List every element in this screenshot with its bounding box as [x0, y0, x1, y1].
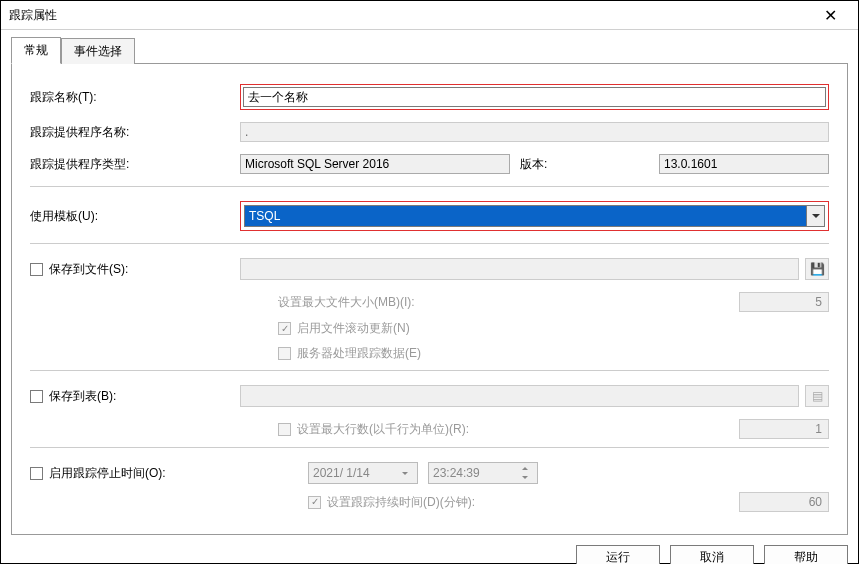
save-icon: 💾	[810, 262, 825, 276]
row-provider-type: 跟踪提供程序类型: 版本:	[30, 154, 829, 174]
max-rows-label: 设置最大行数(以千行为单位)(R):	[297, 421, 469, 438]
trace-name-highlight	[240, 84, 829, 110]
save-table-subopts: 设置最大行数(以千行为单位)(R):	[278, 419, 829, 439]
time-spinner	[517, 464, 533, 482]
divider-3	[30, 370, 829, 371]
save-file-path	[240, 258, 799, 280]
stop-date-value: 2021/ 1/14	[313, 466, 370, 480]
use-template-combo[interactable]: TSQL	[244, 205, 825, 227]
tabstrip: 常规 事件选择	[11, 38, 848, 64]
use-template-highlight: TSQL	[240, 201, 829, 231]
max-rows-checkbox	[278, 423, 291, 436]
rollover-label: 启用文件滚动更新(N)	[297, 320, 410, 337]
dialog-body: 常规 事件选择 跟踪名称(T): 跟踪提供程序名称: 跟踪提供程序类型: 版本:	[1, 30, 858, 564]
provider-type-field	[240, 154, 510, 174]
max-file-size-field	[739, 292, 829, 312]
row-use-template: 使用模板(U): TSQL	[30, 201, 829, 231]
divider-4	[30, 447, 829, 448]
browse-file-button[interactable]: 💾	[805, 258, 829, 280]
save-table-checkbox[interactable]	[30, 390, 43, 403]
max-rows-field	[739, 419, 829, 439]
close-button[interactable]: ✕	[810, 1, 850, 29]
stop-time-value: 23:24:39	[433, 466, 480, 480]
trace-properties-dialog: 跟踪属性 ✕ 常规 事件选择 跟踪名称(T): 跟踪提供程序名称: 跟踪提供程	[0, 0, 859, 564]
dialog-buttons: 运行 取消 帮助	[11, 535, 848, 564]
use-template-label: 使用模板(U):	[30, 208, 240, 225]
trace-name-label: 跟踪名称(T):	[30, 89, 240, 106]
save-file-subopts: 设置最大文件大小(MB)(I): 启用文件滚动更新(N) 服务器处理跟踪数据(E…	[278, 292, 829, 362]
row-provider-name: 跟踪提供程序名称:	[30, 122, 829, 142]
use-template-selected: TSQL	[245, 206, 806, 226]
duration-field	[739, 492, 829, 512]
rollover-checkbox	[278, 322, 291, 335]
version-field	[659, 154, 829, 174]
browse-table-button[interactable]: ▤	[805, 385, 829, 407]
enable-stop-label: 启用跟踪停止时间(O):	[49, 465, 166, 482]
duration-checkbox	[308, 496, 321, 509]
stop-date-picker: 2021/ 1/14	[308, 462, 418, 484]
stop-time-subopts: 设置跟踪持续时间(D)(分钟):	[308, 492, 829, 512]
server-process-checkbox	[278, 347, 291, 360]
help-button[interactable]: 帮助	[764, 545, 848, 564]
chevron-down-icon	[397, 472, 413, 475]
provider-name-field	[240, 122, 829, 142]
divider-1	[30, 186, 829, 187]
row-save-table: 保存到表(B): ▤	[30, 385, 829, 407]
save-table-target	[240, 385, 799, 407]
trace-name-input[interactable]	[243, 87, 826, 107]
dialog-title: 跟踪属性	[9, 7, 810, 24]
enable-stop-checkbox[interactable]	[30, 467, 43, 480]
row-save-file: 保存到文件(S): 💾	[30, 258, 829, 280]
max-file-size-label: 设置最大文件大小(MB)(I):	[278, 294, 415, 311]
spin-up-icon	[517, 464, 533, 473]
enable-stop-check-wrap: 启用跟踪停止时间(O):	[30, 465, 278, 482]
row-trace-name: 跟踪名称(T):	[30, 84, 829, 110]
save-file-checkbox[interactable]	[30, 263, 43, 276]
save-table-label: 保存到表(B):	[49, 388, 116, 405]
provider-type-label: 跟踪提供程序类型:	[30, 156, 240, 173]
row-stop-time: 启用跟踪停止时间(O): 2021/ 1/14 23:24:39	[30, 462, 829, 484]
server-process-label: 服务器处理跟踪数据(E)	[297, 345, 421, 362]
duration-label: 设置跟踪持续时间(D)(分钟):	[327, 494, 475, 511]
divider-2	[30, 243, 829, 244]
save-file-check-wrap: 保存到文件(S):	[30, 261, 240, 278]
run-button[interactable]: 运行	[576, 545, 660, 564]
version-label: 版本:	[520, 156, 580, 173]
save-file-label: 保存到文件(S):	[49, 261, 128, 278]
tab-general[interactable]: 常规	[11, 37, 61, 64]
stop-time-picker: 23:24:39	[428, 462, 538, 484]
titlebar: 跟踪属性 ✕	[1, 1, 858, 30]
tab-events[interactable]: 事件选择	[61, 38, 135, 64]
grid-icon: ▤	[812, 389, 823, 403]
save-table-check-wrap: 保存到表(B):	[30, 388, 240, 405]
cancel-button[interactable]: 取消	[670, 545, 754, 564]
provider-name-label: 跟踪提供程序名称:	[30, 124, 240, 141]
chevron-down-icon[interactable]	[806, 206, 824, 226]
spin-down-icon	[517, 473, 533, 482]
tab-general-page: 跟踪名称(T): 跟踪提供程序名称: 跟踪提供程序类型: 版本: 使用模板(	[11, 63, 848, 535]
